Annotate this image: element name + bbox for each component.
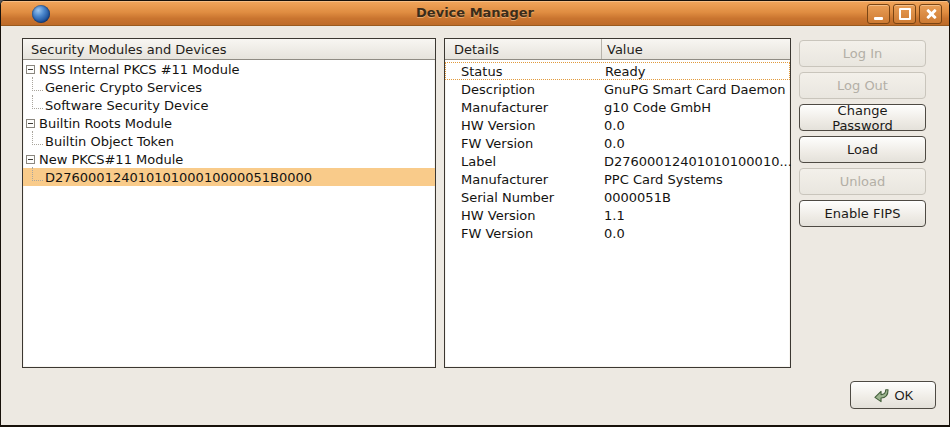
tree-column-header[interactable]: Security Modules and Devices (23, 39, 435, 60)
tree-item-smartcard-token-selected[interactable]: D27600012401010100010000051B0000 (23, 168, 435, 186)
security-modules-tree: Security Modules and Devices NSS Interna… (22, 38, 436, 368)
detail-field: Description (445, 82, 602, 97)
detail-value: 1.1 (602, 208, 625, 223)
minimize-button[interactable] (867, 4, 890, 24)
tree-connector-line (32, 77, 43, 91)
tree-connector-line (32, 167, 43, 181)
detail-value: D27600012401010100010... (602, 154, 792, 169)
titlebar[interactable]: Device Manager (1, 1, 949, 26)
ok-button[interactable]: OK (850, 381, 936, 409)
ok-green-arrow-icon (873, 388, 890, 403)
tree-item-label: New PKCS#11 Module (39, 152, 183, 167)
detail-field: FW Version (445, 136, 602, 151)
detail-value: GnuPG Smart Card Daemon (602, 82, 785, 97)
collapse-minus-icon[interactable] (26, 65, 35, 74)
tree-item-new-pkcs11-module[interactable]: New PKCS#11 Module (23, 150, 435, 168)
tree-item-label: D27600012401010100010000051B0000 (45, 170, 312, 185)
detail-field: Status (446, 64, 603, 79)
detail-value: 0.0 (602, 118, 625, 133)
detail-value: Ready (603, 64, 645, 79)
tree-item-label: Software Security Device (45, 98, 208, 113)
tree-connector-line (32, 131, 43, 145)
table-row[interactable]: Manufacturer PPC Card Systems (445, 170, 790, 188)
window-title: Device Manager (1, 5, 949, 20)
details-header-row: Details Value (445, 39, 790, 60)
tree-item-label: NSS Internal PKCS #11 Module (39, 62, 240, 77)
collapse-minus-icon[interactable] (26, 155, 35, 164)
details-column-header[interactable]: Details (445, 39, 602, 59)
detail-field: HW Version (445, 208, 602, 223)
detail-value: g10 Code GmbH (602, 100, 711, 115)
detail-value: 0000051B (602, 190, 671, 205)
table-row[interactable]: Manufacturer g10 Code GmbH (445, 98, 790, 116)
tree-item-label: Builtin Roots Module (39, 116, 172, 131)
table-row[interactable]: FW Version 0.0 (445, 224, 790, 242)
close-button[interactable] (919, 4, 942, 24)
detail-value: 0.0 (602, 136, 625, 151)
log-out-button[interactable]: Log Out (799, 72, 926, 99)
tree-item-builtin-object-token[interactable]: Builtin Object Token (23, 132, 435, 150)
minimize-icon (874, 17, 883, 20)
enable-fips-button[interactable]: Enable FIPS (799, 200, 926, 227)
tree-item-software-security-device[interactable]: Software Security Device (23, 96, 435, 114)
table-row[interactable]: FW Version 0.0 (445, 134, 790, 152)
table-row[interactable]: HW Version 1.1 (445, 206, 790, 224)
value-column-header[interactable]: Value (602, 39, 790, 59)
table-row[interactable]: Serial Number 0000051B (445, 188, 790, 206)
detail-field: FW Version (445, 226, 602, 241)
detail-field: Label (445, 154, 602, 169)
tree-item-nss-internal-module[interactable]: NSS Internal PKCS #11 Module (23, 60, 435, 78)
tree-item-generic-crypto-services[interactable]: Generic Crypto Services (23, 78, 435, 96)
maximize-button[interactable] (893, 4, 916, 24)
close-icon (926, 9, 936, 19)
detail-value: PPC Card Systems (602, 172, 723, 187)
detail-field: Manufacturer (445, 172, 602, 187)
detail-field: Manufacturer (445, 100, 602, 115)
unload-button[interactable]: Unload (799, 168, 926, 195)
detail-field: HW Version (445, 118, 602, 133)
details-table: Details Value Status Ready Description G… (444, 38, 791, 368)
action-button-column: Log In Log Out Change Password Load Unlo… (799, 40, 926, 232)
log-in-button[interactable]: Log In (799, 40, 926, 67)
ok-button-label: OK (895, 388, 914, 403)
change-password-button[interactable]: Change Password (799, 104, 926, 131)
tree-item-label: Builtin Object Token (45, 134, 174, 149)
device-manager-window: Device Manager Security Modules and Devi… (0, 0, 950, 427)
load-button[interactable]: Load (799, 136, 926, 163)
maximize-icon (899, 8, 911, 20)
table-row[interactable]: HW Version 0.0 (445, 116, 790, 134)
tree-body: NSS Internal PKCS #11 Module Generic Cry… (23, 60, 435, 186)
collapse-minus-icon[interactable] (26, 119, 35, 128)
table-row[interactable]: Description GnuPG Smart Card Daemon (445, 80, 790, 98)
window-controls (867, 4, 942, 24)
detail-value: 0.0 (602, 226, 625, 241)
tree-item-builtin-roots-module[interactable]: Builtin Roots Module (23, 114, 435, 132)
tree-item-label: Generic Crypto Services (45, 80, 202, 95)
table-row[interactable]: Label D27600012401010100010... (445, 152, 790, 170)
details-body: Status Ready Description GnuPG Smart Car… (445, 60, 790, 242)
detail-field: Serial Number (445, 190, 602, 205)
tree-connector-line (32, 95, 43, 109)
table-row[interactable]: Status Ready (445, 62, 790, 80)
